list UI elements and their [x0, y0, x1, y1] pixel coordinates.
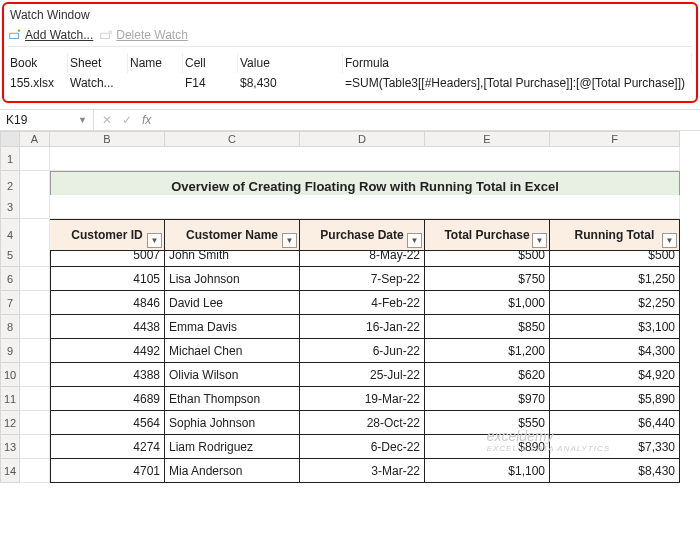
- row-header[interactable]: 8: [0, 315, 20, 339]
- col-header[interactable]: A: [20, 131, 50, 147]
- cell[interactable]: [20, 339, 50, 363]
- table-cell[interactable]: 6-Jun-22: [300, 339, 425, 363]
- table-cell[interactable]: 6-Dec-22: [300, 435, 425, 459]
- filter-dropdown-icon[interactable]: ▼: [147, 233, 162, 248]
- table-cell[interactable]: Michael Chen: [165, 339, 300, 363]
- table-cell[interactable]: $5,890: [550, 387, 680, 411]
- ww-cell-book[interactable]: 155.xlsx: [8, 73, 68, 93]
- col-header[interactable]: C: [165, 131, 300, 147]
- table-cell[interactable]: $620: [425, 363, 550, 387]
- name-box-caret-icon[interactable]: ▼: [78, 115, 87, 125]
- col-header[interactable]: D: [300, 131, 425, 147]
- th-customer-id[interactable]: Customer ID▼: [50, 219, 165, 251]
- filter-dropdown-icon[interactable]: ▼: [407, 233, 422, 248]
- cell[interactable]: [50, 147, 680, 171]
- ww-cell-name[interactable]: [128, 73, 183, 93]
- row-header[interactable]: 3: [0, 195, 20, 219]
- col-header[interactable]: E: [425, 131, 550, 147]
- table-cell[interactable]: $750: [425, 267, 550, 291]
- table-cell[interactable]: 28-Oct-22: [300, 411, 425, 435]
- ww-hdr-book[interactable]: Book: [8, 53, 68, 73]
- table-cell[interactable]: 7-Sep-22: [300, 267, 425, 291]
- ww-cell-cell[interactable]: F14: [183, 73, 238, 93]
- formula-input[interactable]: [159, 113, 700, 127]
- cell[interactable]: [20, 387, 50, 411]
- th-purchase-date[interactable]: Purchase Date▼: [300, 219, 425, 251]
- table-cell[interactable]: 4564: [50, 411, 165, 435]
- ww-hdr-value[interactable]: Value: [238, 53, 343, 73]
- cell[interactable]: [20, 315, 50, 339]
- table-cell[interactable]: $850: [425, 315, 550, 339]
- row-header[interactable]: 5: [0, 243, 20, 267]
- table-cell[interactable]: $4,920: [550, 363, 680, 387]
- table-cell[interactable]: 4492: [50, 339, 165, 363]
- table-cell[interactable]: 4274: [50, 435, 165, 459]
- table-cell[interactable]: 4388: [50, 363, 165, 387]
- table-cell[interactable]: $8,430: [550, 459, 680, 483]
- table-cell[interactable]: $1,250: [550, 267, 680, 291]
- cell[interactable]: [20, 363, 50, 387]
- table-cell[interactable]: Sophia Johnson: [165, 411, 300, 435]
- table-cell[interactable]: $1,000: [425, 291, 550, 315]
- cell[interactable]: [20, 195, 50, 219]
- th-customer-name[interactable]: Customer Name▼: [165, 219, 300, 251]
- row-header[interactable]: 14: [0, 459, 20, 483]
- row-header[interactable]: 1: [0, 147, 20, 171]
- table-cell[interactable]: Liam Rodriguez: [165, 435, 300, 459]
- th-total-purchase[interactable]: Total Purchase▼: [425, 219, 550, 251]
- row-header[interactable]: 10: [0, 363, 20, 387]
- table-cell[interactable]: 16-Jan-22: [300, 315, 425, 339]
- name-box[interactable]: K19 ▼: [0, 110, 94, 130]
- table-cell[interactable]: 4438: [50, 315, 165, 339]
- table-cell[interactable]: 4105: [50, 267, 165, 291]
- table-cell[interactable]: 19-Mar-22: [300, 387, 425, 411]
- table-cell[interactable]: $890: [425, 435, 550, 459]
- filter-dropdown-icon[interactable]: ▼: [532, 233, 547, 248]
- col-header[interactable]: F: [550, 131, 680, 147]
- filter-dropdown-icon[interactable]: ▼: [282, 233, 297, 248]
- cell[interactable]: [20, 411, 50, 435]
- table-cell[interactable]: $6,440: [550, 411, 680, 435]
- table-cell[interactable]: $1,100: [425, 459, 550, 483]
- table-cell[interactable]: 25-Jul-22: [300, 363, 425, 387]
- fx-icon[interactable]: fx: [142, 113, 151, 127]
- table-cell[interactable]: Olivia Wilson: [165, 363, 300, 387]
- ww-hdr-name[interactable]: Name: [128, 53, 183, 73]
- row-header[interactable]: 12: [0, 411, 20, 435]
- add-watch-button[interactable]: Add Watch...: [8, 28, 93, 42]
- table-cell[interactable]: $970: [425, 387, 550, 411]
- row-header[interactable]: 9: [0, 339, 20, 363]
- table-cell[interactable]: 4701: [50, 459, 165, 483]
- th-running-total[interactable]: Running Total▼: [550, 219, 680, 251]
- filter-dropdown-icon[interactable]: ▼: [662, 233, 677, 248]
- ww-cell-value[interactable]: $8,430: [238, 73, 343, 93]
- row-header[interactable]: 13: [0, 435, 20, 459]
- table-cell[interactable]: Mia Anderson: [165, 459, 300, 483]
- ww-cell-formula[interactable]: =SUM(Table3[[#Headers],[Total Purchase]]…: [343, 73, 692, 93]
- table-cell[interactable]: $7,330: [550, 435, 680, 459]
- row-header[interactable]: 6: [0, 267, 20, 291]
- ww-hdr-sheet[interactable]: Sheet: [68, 53, 128, 73]
- table-cell[interactable]: 4-Feb-22: [300, 291, 425, 315]
- table-cell[interactable]: $2,250: [550, 291, 680, 315]
- cell[interactable]: [50, 195, 680, 219]
- ww-hdr-cell[interactable]: Cell: [183, 53, 238, 73]
- table-cell[interactable]: Emma Davis: [165, 315, 300, 339]
- col-header[interactable]: B: [50, 131, 165, 147]
- table-cell[interactable]: 3-Mar-22: [300, 459, 425, 483]
- table-cell[interactable]: $550: [425, 411, 550, 435]
- cell[interactable]: [20, 147, 50, 171]
- table-cell[interactable]: 4689: [50, 387, 165, 411]
- table-cell[interactable]: $3,100: [550, 315, 680, 339]
- row-header[interactable]: 7: [0, 291, 20, 315]
- cell[interactable]: [20, 267, 50, 291]
- ww-hdr-formula[interactable]: Formula: [343, 53, 692, 73]
- cell[interactable]: [20, 243, 50, 267]
- table-cell[interactable]: Ethan Thompson: [165, 387, 300, 411]
- table-cell[interactable]: $1,200: [425, 339, 550, 363]
- cell[interactable]: [20, 459, 50, 483]
- cell[interactable]: [20, 291, 50, 315]
- row-header[interactable]: 11: [0, 387, 20, 411]
- ww-cell-sheet[interactable]: Watch...: [68, 73, 128, 93]
- table-cell[interactable]: David Lee: [165, 291, 300, 315]
